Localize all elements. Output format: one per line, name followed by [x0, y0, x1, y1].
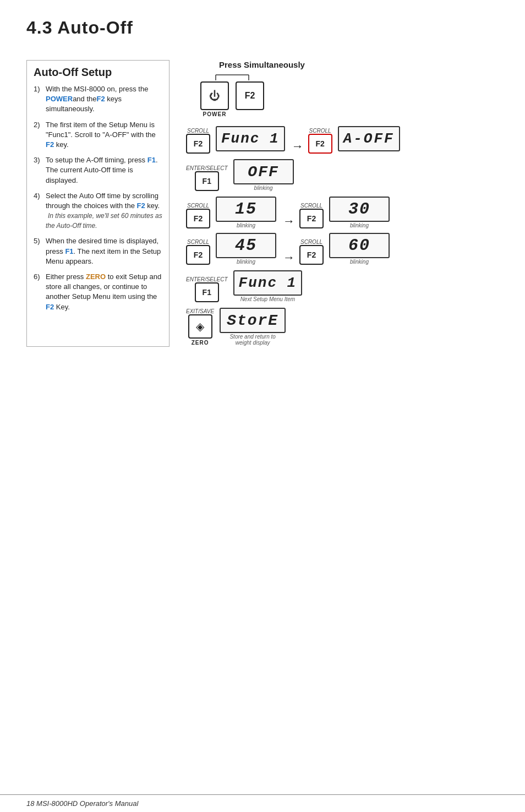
step-3: 3) To setup the A-Off timing, press F1. … — [34, 155, 162, 186]
15-blink-label: blinking — [237, 222, 255, 228]
f1-key-enter-1[interactable]: F1 — [195, 171, 219, 191]
step-6-f2: F2 — [46, 303, 54, 311]
f1-key-enter-2[interactable]: F1 — [195, 282, 219, 302]
display-aoff: A-OFF — [338, 126, 400, 151]
zero-key-group: EXIT/SAVE ◈ ZERO — [186, 308, 214, 346]
step-1-text: With the MSI-8000 on, press the POWERand… — [46, 84, 162, 115]
f2-key-scroll-1[interactable]: F2 — [186, 134, 210, 154]
off-blink-label: blinking — [254, 185, 273, 191]
display-func1-2: Func 1 — [233, 270, 303, 296]
step-6: 6) Either press ZERO to exit Setup and s… — [34, 272, 162, 312]
step-6-zero: ZERO — [86, 273, 106, 281]
f2-key-scroll-5[interactable]: F2 — [186, 245, 210, 265]
right-panel: Press Simultaneously ⏻ POWER — [186, 60, 499, 347]
enter-f1-group-2: ENTER/SELECT F1 — [186, 276, 228, 302]
func1-sublabel: Next Setup Menu Item — [240, 296, 296, 302]
bracket-svg — [199, 72, 265, 81]
power-key[interactable]: ⏻ — [200, 81, 229, 110]
step-5-text: When the desired time is displayed, pres… — [46, 236, 162, 266]
scroll-f2-group-4: SCROLL F2 — [299, 203, 324, 228]
display-func1-2-container: Func 1 Next Setup Menu Item — [233, 270, 303, 302]
display-30: 30 — [329, 197, 390, 222]
60-blink-label: blinking — [350, 259, 369, 265]
scroll-f2-group-3: SCROLL F2 — [186, 203, 210, 228]
step-2-num: 2) — [34, 120, 43, 150]
enter-annotation-2: ENTER/SELECT — [186, 276, 228, 282]
zero-label: ZERO — [192, 340, 209, 346]
f2-key-scroll-6[interactable]: F2 — [299, 245, 324, 265]
step-3-num: 3) — [34, 155, 43, 186]
enter-f1-group-1: ENTER/SELECT F1 — [186, 165, 228, 191]
row-press: ⏻ POWER F2 — [199, 72, 499, 117]
arrow-3: → — [283, 250, 295, 265]
f2-key-scroll-red[interactable]: F2 — [308, 134, 332, 154]
f2-key-1[interactable]: F2 — [236, 81, 264, 110]
scroll-annotation-3: SCROLL — [187, 203, 209, 209]
display-45-container: 45 blinking — [216, 233, 276, 265]
scroll-f2-group-2: SCROLL F2 — [308, 128, 332, 154]
exit-annotation: EXIT/SAVE — [186, 308, 214, 314]
step-2-text: The first item of the Setup Menu is "Fun… — [46, 120, 162, 150]
power-label: POWER — [203, 111, 227, 117]
step-6-text: Either press ZERO to exit Setup and stor… — [46, 272, 162, 312]
scroll-annotation-6: SCROLL — [300, 239, 322, 245]
left-panel-title: Auto-Off Setup — [34, 66, 162, 79]
store-sublabel: Store and return toweight display — [229, 334, 275, 346]
page-footer: 18 MSI-8000HD Operator's Manual — [0, 794, 525, 812]
row-enter2: ENTER/SELECT F1 Func 1 Next Setup Menu I… — [186, 270, 499, 302]
scroll-f2-group-1: SCROLL F2 — [186, 128, 210, 154]
display-30-container: 30 blinking — [329, 197, 390, 228]
display-func1: Func 1 — [216, 126, 285, 151]
row-enter1: ENTER/SELECT F1 OFF blinking — [186, 159, 499, 191]
press-simultaneously-label: Press Simultaneously — [219, 60, 305, 69]
step-1-f2: F2 — [97, 95, 105, 103]
main-content: Auto-Off Setup 1) With the MSI-8000 on, … — [0, 49, 525, 369]
page-heading: 4.3 Auto-Off — [0, 0, 525, 49]
45-blink-label: blinking — [237, 259, 255, 265]
step-1-power: POWER — [46, 95, 73, 103]
footer-text: 18 MSI-8000HD Operator's Manual — [26, 799, 138, 808]
step-4: 4) Select the Auto Off time by scrolling… — [34, 191, 162, 231]
scroll-annotation-5: SCROLL — [187, 239, 209, 245]
scroll-annotation-1: SCROLL — [187, 128, 209, 134]
display-off: OFF — [233, 159, 294, 184]
f2-key-scroll-4[interactable]: F2 — [299, 209, 324, 228]
power-key-group: ⏻ POWER — [200, 81, 229, 117]
power-icon: ⏻ — [209, 90, 220, 102]
display-store: StorE — [220, 308, 286, 333]
row-scroll2: SCROLL F2 45 blinking → SCROLL F2 60 bli… — [186, 233, 499, 265]
display-15-container: 15 blinking — [216, 197, 276, 228]
scroll-f2-group-6: SCROLL F2 — [299, 239, 324, 265]
step-4-num: 4) — [34, 191, 43, 231]
step-5-num: 5) — [34, 236, 43, 266]
steps-list: 1) With the MSI-8000 on, press the POWER… — [34, 84, 162, 312]
scroll-annotation-2: SCROLL — [309, 128, 331, 134]
step-1-num: 1) — [34, 84, 43, 115]
step-1: 1) With the MSI-8000 on, press the POWER… — [34, 84, 162, 115]
step-3-text: To setup the A-Off timing, press F1. The… — [46, 155, 162, 186]
step-3-f1: F1 — [147, 156, 156, 164]
display-60-container: 60 blinking — [329, 233, 390, 265]
display-15: 15 — [216, 197, 276, 222]
row-scroll1: SCROLL F2 15 blinking → SCROLL F2 30 bli… — [186, 197, 499, 228]
step-4-text: Select the Auto Off time by scrolling th… — [46, 191, 162, 231]
30-blink-label: blinking — [350, 222, 369, 228]
f2-key-group-1: F2 — [236, 81, 264, 110]
left-panel: Auto-Off Setup 1) With the MSI-8000 on, … — [26, 60, 169, 347]
row-func1: SCROLL F2 Func 1 → SCROLL F2 A-OFF — [186, 126, 499, 154]
scroll-f2-group-5: SCROLL F2 — [186, 239, 210, 265]
zero-key[interactable]: ◈ — [188, 314, 212, 339]
step-4-f2: F2 — [137, 201, 145, 210]
display-45: 45 — [216, 233, 276, 258]
step-6-num: 6) — [34, 272, 43, 312]
arrow-2: → — [283, 214, 295, 228]
step-2: 2) The first item of the Setup Menu is "… — [34, 120, 162, 150]
display-store-container: StorE Store and return toweight display — [220, 308, 286, 346]
f2-key-scroll-3[interactable]: F2 — [186, 209, 210, 228]
page-title: 4.3 Auto-Off — [26, 18, 499, 38]
arrow-1: → — [292, 139, 304, 154]
scroll-annotation-4: SCROLL — [300, 203, 322, 209]
step-4-note: In this example, we'll set 60 minutes as… — [46, 212, 162, 230]
display-60: 60 — [329, 233, 390, 258]
step-2-f2: F2 — [46, 140, 54, 149]
